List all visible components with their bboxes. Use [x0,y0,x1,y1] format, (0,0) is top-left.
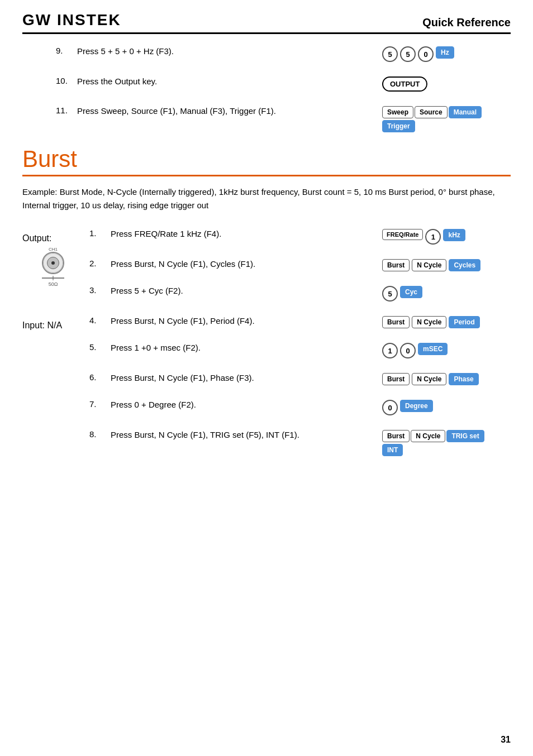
example-text: Example: Burst Mode, N-Cycle (Internally… [22,185,511,212]
burst-step-7: 7. Press 0 + Degree (F2). 0 Degree [89,399,511,415]
burst-title: Burst [22,146,511,173]
key-msec-5: mSEC [418,343,448,355]
key-freqrate: FREQ/Rate [382,229,423,240]
bottom-row-keys: Trigger [382,120,482,132]
continuation-steps: 9. Press 5 + 5 + 0 + Hz (F3). 5 5 0 Hz 1… [22,45,511,132]
burst-step-4: 4. Press Burst, N Cycle (F1), Period (F4… [89,315,511,328]
step-9-text: Press 5 + 5 + 0 + Hz (F3). [77,45,377,58]
output-icon: CH1 [22,247,84,287]
steps-list: 9. Press 5 + 5 + 0 + Hz (F3). 5 5 0 Hz 1… [56,45,511,132]
key-trigset-8: TRIG set [446,430,484,442]
burst-step-8-visual: Burst N Cycle TRIG set INT [382,429,511,456]
burst-step-1-number: 1. [89,228,105,238]
burst-step-5: 5. Press 1 +0 + msec (F2). 1 0 mSEC [89,342,511,358]
step-9-visual: 5 5 0 Hz [382,45,511,62]
key-ncycle-4: N Cycle [412,316,446,328]
key-1-step5: 1 [382,343,398,358]
input-label: Input: N/A [22,320,84,331]
burst-step-3-text: Press 5 + Cyc (F2). [111,285,377,298]
step-9: 9. Press 5 + 5 + 0 + Hz (F3). 5 5 0 Hz [56,45,511,62]
key-burst-4: Burst [382,316,410,328]
burst-step-2-visual: Burst N Cycle Cycles [382,258,511,271]
step8-keys-stack: Burst N Cycle TRIG set INT [382,430,484,456]
burst-step-1-text: Press FREQ/Rate 1 kHz (F4). [111,228,377,241]
burst-step-8: 8. Press Burst, N Cycle (F1), TRIG set (… [89,429,511,456]
key-phase-6: Phase [449,373,478,385]
key-ncycle-2: N Cycle [412,259,446,271]
key-hz: Hz [436,46,454,59]
burst-labels: Output: CH1 [22,228,89,470]
key-trigger: Trigger [382,120,415,132]
step-10: 10. Press the Output key. OUTPUT [56,75,511,92]
key-burst-6: Burst [382,373,410,385]
step8-bottom-row: INT [382,444,484,456]
step-10-visual: OUTPUT [382,75,511,92]
key-burst-8: Burst [382,430,410,442]
key-output: OUTPUT [382,76,427,92]
step-9-number: 9. [56,45,72,55]
step-11-text: Press Sweep, Source (F1), Manual (F3), T… [77,105,377,118]
key-5-step3: 5 [382,286,398,302]
burst-step-1: 1. Press FREQ/Rate 1 kHz (F4). FREQ/Rate… [89,228,511,245]
key-period-4: Period [449,316,479,328]
logo: GW INSTEK [22,11,121,29]
burst-step-7-text: Press 0 + Degree (F2). [111,399,377,412]
key-cycles-2: Cycles [449,259,480,271]
top-row-keys: Sweep Source Manual [382,106,482,118]
burst-step-3-visual: 5 Cyc [382,285,511,302]
burst-step-5-number: 5. [89,342,105,352]
key-degree-7: Degree [400,400,433,412]
burst-step-8-number: 8. [89,429,105,439]
step-11: 11. Press Sweep, Source (F1), Manual (F3… [56,105,511,132]
burst-step-4-text: Press Burst, N Cycle (F1), Period (F4). [111,315,377,328]
connector-outer [42,252,64,274]
impedance-line [42,275,64,281]
burst-step-2-number: 2. [89,258,105,268]
output-label: Output: [22,233,84,243]
burst-step-3-number: 3. [89,285,105,295]
burst-steps: 1. Press FREQ/Rate 1 kHz (F4). FREQ/Rate… [89,228,511,470]
step-10-number: 10. [56,75,72,85]
burst-step-6-number: 6. [89,372,105,382]
key-source: Source [415,106,448,118]
burst-step-5-text: Press 1 +0 + msec (F2). [111,342,377,355]
page-number: 31 [501,735,511,745]
burst-layout: Output: CH1 [22,228,511,470]
key-khz-1: kHz [443,229,465,241]
burst-step-7-number: 7. [89,399,105,409]
key-manual: Manual [449,106,482,118]
connector-dot [51,261,55,265]
page: GW INSTEK Quick Reference 9. Press 5 + 5… [0,0,533,756]
burst-step-8-text: Press Burst, N Cycle (F1), TRIG set (F5)… [111,429,377,442]
burst-steps-list: 1. Press FREQ/Rate 1 kHz (F4). FREQ/Rate… [89,228,511,456]
key-burst-2: Burst [382,259,410,271]
burst-step-3: 3. Press 5 + Cyc (F2). 5 Cyc [89,285,511,302]
key-sweep: Sweep [382,106,413,118]
burst-step-6-text: Press Burst, N Cycle (F1), Phase (F3). [111,372,377,385]
step8-top-row: Burst N Cycle TRIG set [382,430,484,442]
key-5b: 5 [400,46,416,62]
key-int-8: INT [382,444,403,456]
key-1a: 1 [425,229,441,245]
ch1-label: CH1 [49,247,58,252]
burst-step-6-visual: Burst N Cycle Phase [382,372,511,385]
burst-step-2-text: Press Burst, N Cycle (F1), Cycles (F1). [111,258,377,271]
header-title: Quick Reference [422,16,511,29]
burst-step-6: 6. Press Burst, N Cycle (F1), Phase (F3)… [89,372,511,385]
key-cyc-3: Cyc [400,286,422,298]
burst-step-5-visual: 1 0 mSEC [382,342,511,358]
key-0-step7: 0 [382,400,398,415]
step-11-visual: Sweep Source Manual Trigger [382,105,511,132]
burst-step-2: 2. Press Burst, N Cycle (F1), Cycles (F1… [89,258,511,271]
step-11-number: 11. [56,105,72,115]
key-ncycle-8: N Cycle [411,430,445,442]
section-divider [22,175,511,176]
step-10-text: Press the Output key. [77,75,377,88]
sweep-keys-stack: Sweep Source Manual Trigger [382,106,482,132]
key-ncycle-6: N Cycle [412,373,446,385]
burst-section: Burst Example: Burst Mode, N-Cycle (Inte… [22,146,511,470]
burst-step-7-visual: 0 Degree [382,399,511,415]
key-0-step5: 0 [400,343,416,358]
key-5a: 5 [382,46,398,62]
burst-step-1-visual: FREQ/Rate 1 kHz [382,228,511,245]
